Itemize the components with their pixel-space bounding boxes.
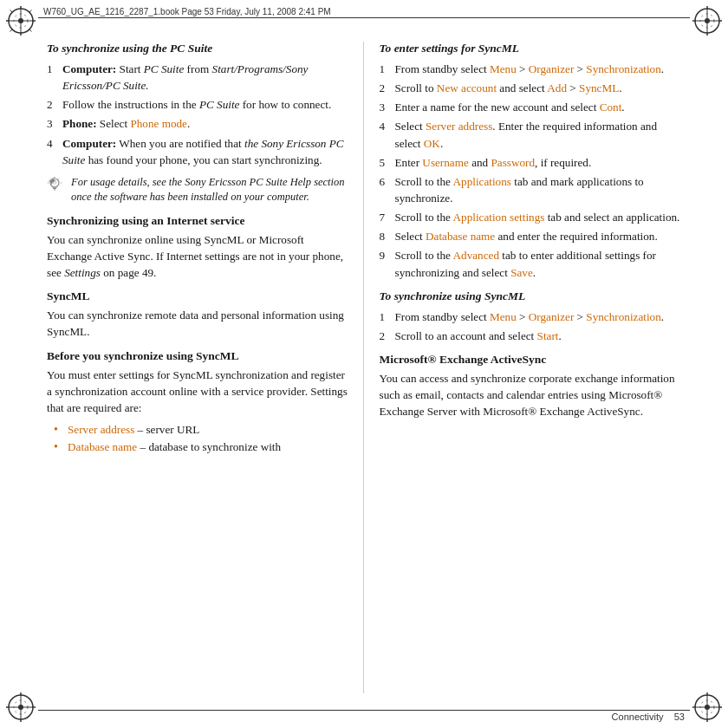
right-step-2: 2 Scroll to New account and select Add >…: [380, 80, 682, 96]
svg-line-42: [59, 179, 60, 179]
left-column: To synchronize using the PC Suite 1 Comp…: [47, 42, 364, 693]
footer-section-label: Connectivity: [612, 712, 664, 722]
bullet-database-name: Database name – database to synchronize …: [54, 439, 349, 456]
right-step-3: 3 Enter a name for the new account and s…: [380, 99, 682, 115]
page-footer: Connectivity 53: [43, 709, 685, 725]
step1-bold: Computer:: [62, 62, 116, 75]
right-step-8: 8 Select Database name and enter the req…: [380, 228, 682, 244]
corner-decoration-tl: [3, 3, 38, 38]
right-step-6: 6 Scroll to the Applications tab and mar…: [380, 173, 682, 206]
before-body: You must enter settings for SyncML synch…: [47, 367, 349, 416]
bullet-server-address: Server address – server URL: [54, 421, 349, 439]
sync-step-1: 1 From standby select Menu > Organizer >…: [380, 309, 682, 325]
activesync-title: Microsoft® Exchange ActiveSync: [380, 353, 682, 367]
header-text: W760_UG_AE_1216_2287_1.book Page 53 Frid…: [43, 7, 331, 16]
right-step-7: 7 Scroll to the Application settings tab…: [380, 209, 682, 225]
tip-box: ✦ For usage details, see the Sony Ericss…: [47, 175, 349, 205]
right-section-title: To enter settings for SyncML: [380, 42, 682, 55]
footer-page-number: 53: [674, 712, 685, 722]
corner-decoration-bl: [3, 690, 38, 725]
corner-decoration-tr: [690, 3, 725, 38]
syncml-body: You can synchronize remote data and pers…: [47, 307, 349, 340]
svg-line-9: [29, 29, 32, 32]
left-section-title: To synchronize using the PC Suite: [47, 42, 349, 55]
right-column: To enter settings for SyncML 1 From stan…: [364, 42, 682, 693]
before-title: Before you synchronize using SyncML: [47, 349, 349, 363]
svg-line-8: [10, 10, 13, 13]
left-step-3: 3 Phone: Select Phone mode.: [47, 115, 349, 132]
left-step-4: 4 Computer: When you are notified that t…: [47, 135, 349, 168]
activesync-body: You can access and synchronize corporate…: [380, 370, 682, 419]
syncml-title: SyncML: [47, 289, 349, 303]
sync-syncml-title: To synchronize using SyncML: [380, 289, 682, 303]
right-step-5: 5 Enter Username and Password, if requir…: [380, 154, 682, 171]
corner-decoration-br: [690, 690, 725, 725]
requirements-list: Server address – server URL Database nam…: [54, 421, 349, 457]
main-content: To synchronize using the PC Suite 1 Comp…: [38, 26, 690, 702]
left-step-2: 2 Follow the instructions in the PC Suit…: [47, 96, 349, 113]
sync-internet-body: You can synchronize online using SyncML …: [47, 231, 349, 281]
right-step-9: 9 Scroll to the Advanced tab to enter ad…: [380, 247, 682, 280]
svg-line-10: [29, 10, 32, 13]
tip-text: For usage details, see the Sony Ericsson…: [71, 175, 349, 205]
sync-syncml-steps: 1 From standby select Menu > Organizer >…: [380, 309, 682, 344]
svg-line-11: [10, 29, 13, 32]
sync-step-2: 2 Scroll to an account and select Start.: [380, 328, 682, 344]
step4-bold: Computer:: [62, 137, 116, 150]
right-step-1: 1 From standby select Menu > Organizer >…: [380, 61, 682, 77]
right-step-4: 4 Select Server address. Enter the requi…: [380, 118, 682, 151]
svg-text:✦: ✦: [47, 177, 57, 188]
right-steps-list: 1 From standby select Menu > Organizer >…: [380, 61, 682, 281]
step3-bold: Phone:: [62, 117, 97, 130]
tip-icon: ✦: [47, 175, 64, 205]
page-header: W760_UG_AE_1216_2287_1.book Page 53 Frid…: [43, 3, 685, 19]
left-step-1: 1 Computer: Start PC Suite from Start/Pr…: [47, 61, 349, 94]
left-steps-list: 1 Computer: Start PC Suite from Start/Pr…: [47, 61, 349, 168]
sync-internet-title: Synchronizing using an Internet service: [47, 214, 349, 228]
